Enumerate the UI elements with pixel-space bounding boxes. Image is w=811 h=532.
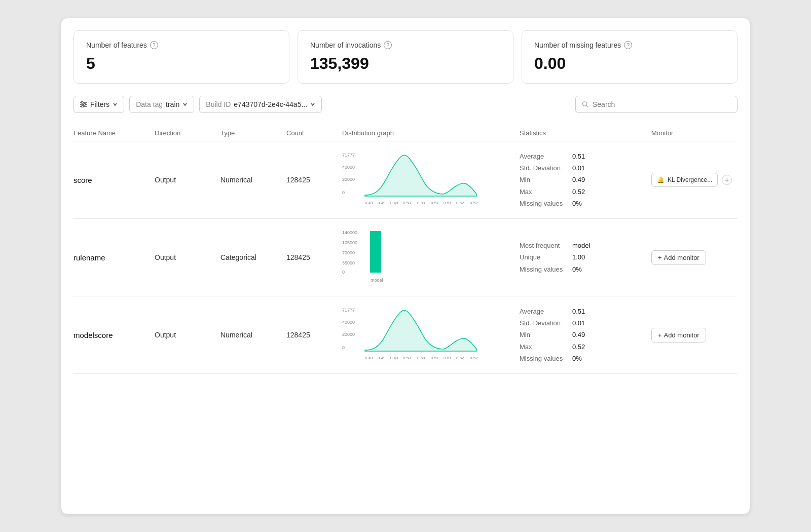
svg-text:71777: 71777 (342, 308, 355, 313)
col-statistics: Statistics (520, 129, 651, 137)
svg-text:40000: 40000 (342, 320, 355, 325)
data-tag-value: train (166, 100, 179, 108)
svg-text:0.52: 0.52 (470, 356, 478, 360)
svg-text:0.49: 0.49 (365, 201, 373, 205)
direction-score: Output (155, 176, 220, 184)
feature-name-modelscore: modelscore (73, 331, 155, 339)
col-monitor: Monitor (651, 129, 753, 137)
svg-text:0.49: 0.49 (390, 356, 398, 360)
svg-text:model: model (371, 278, 383, 283)
direction-modelscore: Output (155, 331, 220, 339)
statistics-score: Average0.51 Std. Deviation0.01 Min0.49 M… (520, 150, 651, 210)
data-tag-selector[interactable]: Data tag train (129, 96, 194, 113)
col-feature-name: Feature Name (73, 129, 155, 137)
main-container: Number of features ? 5 Number of invocat… (61, 18, 750, 514)
distribution-graph-score: 71777 40000 20000 0 0.49 0.49 0.49 0.50 … (342, 149, 494, 210)
svg-text:20000: 20000 (342, 177, 355, 182)
stat-card-missing: Number of missing features ? 0.00 (522, 30, 738, 84)
stat-title-features: Number of features (86, 41, 147, 49)
feature-name-rulename: rulename (73, 253, 155, 262)
svg-text:0.50: 0.50 (403, 356, 411, 360)
monitor-col-rulename: + Add monitor (651, 250, 753, 265)
count-score: 128425 (286, 176, 342, 184)
add-monitor-button-rulename[interactable]: + Add monitor (651, 250, 706, 265)
svg-text:0.50: 0.50 (417, 356, 425, 360)
svg-text:71777: 71777 (342, 153, 355, 158)
add-monitor-circle-score[interactable]: + (722, 175, 732, 185)
svg-text:0.50: 0.50 (417, 201, 425, 205)
build-id-label: Build ID (206, 100, 231, 108)
type-score: Numerical (220, 176, 286, 184)
svg-text:0.49: 0.49 (390, 201, 398, 205)
statistics-modelscore: Average0.51 Std. Deviation0.01 Min0.49 M… (520, 306, 651, 365)
stat-card-invocations: Number of invocations ? 135,399 (298, 30, 513, 84)
distribution-graph-rulename: 140000 105000 70000 35000 0 model (342, 227, 494, 288)
build-id-value: e743707d-2e4c-44a5... (234, 100, 307, 108)
build-id-selector[interactable]: Build ID e743707d-2e4c-44a5... (199, 96, 322, 113)
svg-text:0.49: 0.49 (378, 201, 386, 205)
add-monitor-button-modelscore[interactable]: + Add monitor (651, 328, 706, 343)
type-rulename: Categorical (220, 253, 286, 261)
svg-text:40000: 40000 (342, 165, 355, 170)
svg-text:35000: 35000 (342, 260, 355, 265)
plus-icon-rulename: + (658, 254, 662, 261)
svg-text:0.50: 0.50 (403, 201, 411, 205)
add-monitor-label-rulename: Add monitor (664, 254, 699, 261)
svg-text:0.49: 0.49 (365, 356, 373, 360)
col-type: Type (220, 129, 286, 137)
svg-point-3 (81, 101, 83, 103)
build-id-chevron-icon (310, 102, 315, 107)
stat-title-invocations: Number of invocations (310, 41, 381, 49)
help-icon-missing[interactable]: ? (624, 41, 632, 49)
search-icon (582, 101, 588, 108)
svg-point-6 (582, 102, 586, 106)
help-icon-features[interactable]: ? (150, 41, 158, 49)
svg-rect-26 (370, 231, 381, 273)
svg-text:0.51: 0.51 (444, 201, 452, 205)
svg-point-5 (82, 105, 84, 107)
svg-text:0.52: 0.52 (456, 201, 464, 205)
svg-text:0.49: 0.49 (378, 356, 386, 360)
svg-text:0: 0 (342, 345, 345, 350)
svg-text:70000: 70000 (342, 250, 355, 255)
help-icon-invocations[interactable]: ? (384, 41, 392, 49)
plus-icon-modelscore: + (658, 331, 662, 339)
stat-value-invocations: 135,399 (310, 54, 501, 73)
svg-text:140000: 140000 (342, 230, 357, 235)
type-modelscore: Numerical (220, 331, 286, 339)
kl-divergence-button[interactable]: 🔔 KL Divergence... (651, 173, 718, 187)
table-row: score Output Numerical 128425 71777 4000… (73, 141, 738, 219)
kl-divergence-label: KL Divergence... (668, 176, 712, 183)
stat-value-features: 5 (86, 54, 277, 73)
data-tag-label: Data tag (136, 100, 163, 108)
monitor-col-modelscore: + Add monitor (651, 328, 753, 343)
add-monitor-label-modelscore: Add monitor (664, 331, 699, 339)
count-modelscore: 128425 (286, 331, 342, 339)
col-count: Count (286, 129, 342, 137)
table-row: rulename Output Categorical 128425 14000… (73, 219, 738, 296)
search-input[interactable] (593, 100, 731, 108)
filters-chevron-icon (113, 102, 118, 107)
svg-text:0: 0 (342, 270, 345, 275)
svg-text:0.52: 0.52 (456, 356, 464, 360)
svg-text:0.51: 0.51 (431, 201, 439, 205)
svg-text:0.51: 0.51 (431, 356, 439, 360)
svg-point-4 (84, 103, 86, 105)
direction-rulename: Output (155, 253, 220, 261)
count-rulename: 128425 (286, 253, 342, 261)
col-distribution: Distribution graph (342, 129, 520, 137)
stat-card-features: Number of features ? 5 (73, 30, 289, 84)
filter-icon (80, 101, 87, 107)
col-direction: Direction (155, 129, 220, 137)
table-header: Feature Name Direction Type Count Distri… (73, 125, 738, 141)
statistics-rulename: Most frequentmodel Unique1.00 Missing va… (520, 240, 651, 275)
search-box[interactable] (575, 96, 738, 113)
feature-name-score: score (73, 176, 155, 184)
table-row: modelscore Output Numerical 128425 71777… (73, 296, 738, 374)
svg-text:0.51: 0.51 (444, 356, 452, 360)
distribution-graph-modelscore: 71777 40000 20000 0 0.49 0.49 0.49 0.50 … (342, 305, 494, 365)
filters-button[interactable]: Filters (73, 96, 124, 113)
stat-title-missing: Number of missing features (534, 41, 621, 49)
svg-text:20000: 20000 (342, 332, 355, 337)
stat-value-missing: 0.00 (534, 54, 725, 73)
